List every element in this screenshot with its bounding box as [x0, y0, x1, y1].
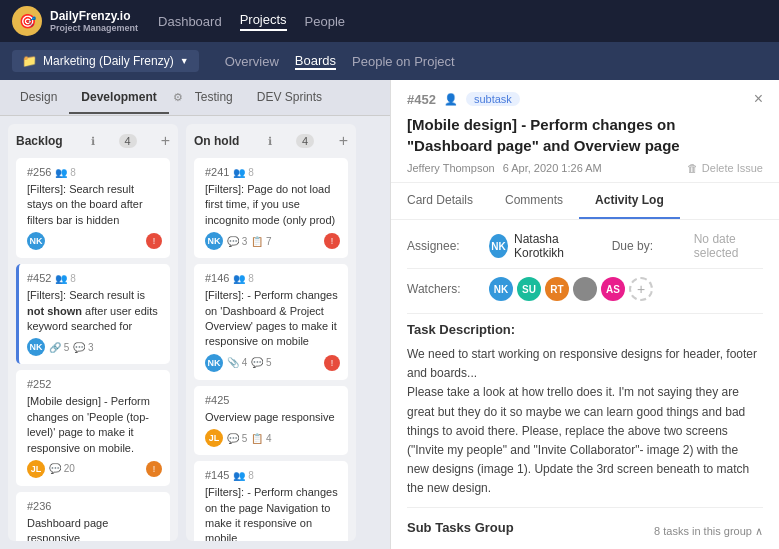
card-146-title: [Filters]: - Perform changes on 'Dashboa…: [205, 288, 340, 350]
task-header: #452 👤 subtask × [Mobile design] - Perfo…: [391, 80, 779, 183]
task-author: Jeffery Thompson: [407, 162, 495, 174]
watcher-rt: RT: [545, 277, 569, 301]
column-backlog-header: Backlog ℹ 4 +: [16, 132, 170, 150]
card-452-title: [Filters]: Search result is not shown af…: [27, 288, 162, 334]
watchers-list: NK SU RT AS +: [489, 277, 653, 301]
logo-icon: 🎯: [12, 6, 42, 36]
column-onhold-title: On hold: [194, 134, 239, 148]
tab-card-details[interactable]: Card Details: [391, 183, 489, 219]
watcher-as: AS: [601, 277, 625, 301]
onhold-add-button[interactable]: +: [339, 132, 348, 150]
card-146-footer: NK 📎 4 💬 5 !: [205, 354, 340, 372]
assignee-row: Assignee: NK Natasha Korotkikh: [407, 232, 592, 260]
add-watcher-button[interactable]: +: [629, 277, 653, 301]
delete-label: Delete Issue: [702, 162, 763, 174]
project-selector[interactable]: 📁 Marketing (Daily Frenzy) ▼: [12, 50, 199, 72]
card-241-title: [Filters]: Page do not load first time, …: [205, 182, 340, 228]
card-252-alert: !: [146, 461, 162, 477]
card-425-id: #425: [205, 394, 340, 406]
due-row: Due by: No date selected: [612, 232, 763, 260]
project-nav-boards[interactable]: Boards: [295, 53, 336, 70]
card-252-id: #252: [27, 378, 162, 390]
watchers-label: Watchers:: [407, 282, 477, 296]
card-145[interactable]: #145 👥 8 [Filters]: - Perform changes on…: [194, 461, 348, 541]
nav-dashboard[interactable]: Dashboard: [158, 14, 222, 29]
task-icon: 👤: [444, 93, 458, 106]
detail-tabs: Card Details Comments Activity Log: [391, 183, 779, 220]
left-panel: Design Development ⚙ Testing DEV Sprints…: [0, 80, 390, 549]
divider-3: [407, 507, 763, 508]
subtasks-header: Sub Tasks Group 8 tasks in this group ∧: [407, 520, 763, 543]
project-icon: 📁: [22, 54, 37, 68]
project-name: Marketing (Daily Frenzy): [43, 54, 174, 68]
task-date: 6 Apr, 2020 1:26 AM: [503, 162, 602, 174]
logo: 🎯 DailyFrenzy.io Project Management: [12, 6, 138, 36]
column-backlog: Backlog ℹ 4 + #256 👥 8 [Filters]: Search…: [8, 124, 178, 541]
due-label: Due by:: [612, 239, 682, 253]
project-nav: Overview Boards People on Project: [225, 53, 455, 70]
detail-content: Assignee: NK Natasha Korotkikh Due by: N…: [391, 220, 779, 549]
card-256[interactable]: #256 👥 8 [Filters]: Search result stays …: [16, 158, 170, 258]
due-value: No date selected: [694, 232, 763, 260]
card-452-avatar: NK: [27, 338, 45, 356]
assignee-label: Assignee:: [407, 239, 477, 253]
card-425-footer: JL 💬 5 📋 4: [205, 429, 340, 447]
card-425-avatar: JL: [205, 429, 223, 447]
assignee-avatar: NK: [489, 234, 508, 258]
subtask-badge: subtask: [466, 92, 520, 106]
card-256-title: [Filters]: Search result stays on the bo…: [27, 182, 162, 228]
assignee-name: Natasha Korotkikh: [514, 232, 592, 260]
project-nav-people[interactable]: People on Project: [352, 54, 455, 69]
card-425[interactable]: #425 Overview page responsive JL 💬 5 📋 4: [194, 386, 348, 455]
watcher-nk: NK: [489, 277, 513, 301]
subtasks-count: 8 tasks in this group ∧: [654, 525, 763, 538]
assignee-due-row: Assignee: NK Natasha Korotkikh Due by: N…: [407, 232, 763, 260]
card-236[interactable]: #236 Dashboard page responsive CC 📎 17 !: [16, 492, 170, 541]
card-256-id: #256 👥 8: [27, 166, 162, 178]
card-146[interactable]: #146 👥 8 [Filters]: - Perform changes on…: [194, 264, 348, 380]
column-backlog-title: Backlog: [16, 134, 63, 148]
card-452[interactable]: #452 👥 8 [Filters]: Search result is not…: [16, 264, 170, 364]
task-meta: Jeffery Thompson 6 Apr, 2020 1:26 AM 🗑 D…: [407, 162, 763, 174]
subtasks-title: Sub Tasks Group: [407, 520, 514, 535]
card-145-title: [Filters]: - Perform changes on the page…: [205, 485, 340, 541]
dropdown-icon: ▼: [180, 56, 189, 66]
chevron-icon: ∧: [755, 525, 763, 537]
card-241-id: #241 👥 8: [205, 166, 340, 178]
watchers-row: Watchers: NK SU RT AS +: [407, 277, 763, 301]
tab-activity-log[interactable]: Activity Log: [579, 183, 680, 219]
nav-people[interactable]: People: [305, 14, 345, 29]
card-241-avatar: NK: [205, 232, 223, 250]
card-236-title: Dashboard page responsive: [27, 516, 162, 541]
column-onhold-header: On hold ℹ 4 +: [194, 132, 348, 150]
columns-container: Backlog ℹ 4 + #256 👥 8 [Filters]: Search…: [0, 116, 390, 549]
onhold-info-icon[interactable]: ℹ: [268, 135, 272, 148]
card-252-title: [Mobile design] - Perform changes on 'Pe…: [27, 394, 162, 456]
tab-development[interactable]: Development: [69, 82, 168, 114]
tab-design[interactable]: Design: [8, 82, 69, 114]
card-452-footer: NK 🔗 5 💬 3: [27, 338, 162, 356]
card-241[interactable]: #241 👥 8 [Filters]: Page do not load fir…: [194, 158, 348, 258]
tab-testing[interactable]: Testing: [183, 82, 245, 114]
card-252[interactable]: #252 [Mobile design] - Perform changes o…: [16, 370, 170, 486]
card-256-footer: NK !: [27, 232, 162, 250]
backlog-count: 4: [119, 134, 137, 148]
backlog-info-icon[interactable]: ℹ: [91, 135, 95, 148]
card-145-id: #145 👥 8: [205, 469, 340, 481]
nav-projects[interactable]: Projects: [240, 12, 287, 31]
delete-button[interactable]: 🗑 Delete Issue: [687, 162, 763, 174]
trash-icon: 🗑: [687, 162, 698, 174]
tab-dev-sprints[interactable]: DEV Sprints: [245, 82, 334, 114]
backlog-add-button[interactable]: +: [161, 132, 170, 150]
task-id-row: #452 👤 subtask ×: [407, 90, 763, 108]
project-nav-overview[interactable]: Overview: [225, 54, 279, 69]
close-button[interactable]: ×: [754, 90, 763, 108]
tab-gear-icon[interactable]: ⚙: [173, 91, 183, 104]
task-id: #452: [407, 92, 436, 107]
tab-comments[interactable]: Comments: [489, 183, 579, 219]
task-title: [Mobile design] - Perform changes on "Da…: [407, 114, 763, 156]
card-252-avatar: JL: [27, 460, 45, 478]
watcher-su: SU: [517, 277, 541, 301]
assignee-value: NK Natasha Korotkikh: [489, 232, 592, 260]
column-onhold: On hold ℹ 4 + #241 👥 8 [Filters]: Page d…: [186, 124, 356, 541]
